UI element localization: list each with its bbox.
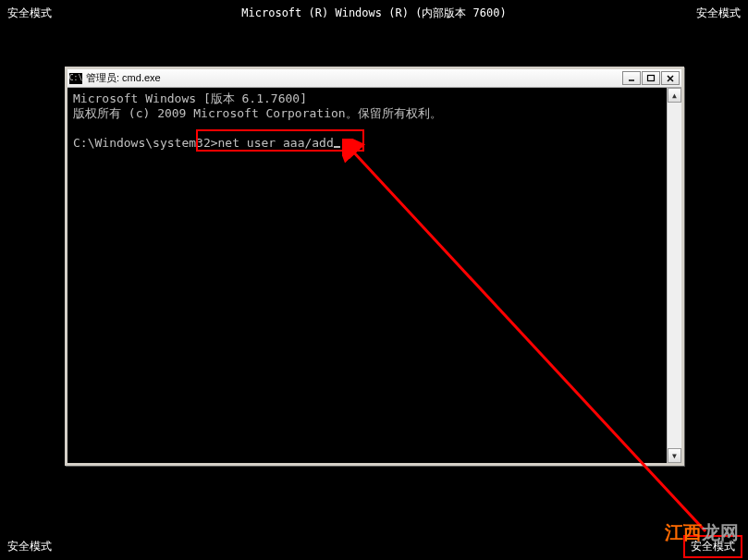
terminal-command: net user aaa/add <box>218 136 334 150</box>
minimize-button[interactable] <box>622 71 641 85</box>
vertical-scrollbar[interactable]: ▲ ▼ <box>667 88 681 463</box>
cmd-window: C:\ 管理员: cmd.exe Microsoft Windows [版本 6… <box>65 67 684 466</box>
terminal-line-2: 版权所有 (c) 2009 Microsoft Corporation。保留所有… <box>73 106 442 120</box>
terminal-body[interactable]: Microsoft Windows [版本 6.1.7600] 版权所有 (c)… <box>67 88 681 463</box>
terminal-prompt: C:\Windows\system32> <box>73 136 218 150</box>
terminal-line-1: Microsoft Windows [版本 6.1.7600] <box>73 91 307 105</box>
desktop-build-title: Microsoft (R) Windows (R) (内部版本 7600) <box>241 6 506 21</box>
close-icon <box>666 74 675 83</box>
terminal-cursor <box>334 146 340 148</box>
svg-rect-1 <box>648 75 655 80</box>
close-button[interactable] <box>661 71 680 85</box>
cmd-icon: C:\ <box>69 73 82 84</box>
maximize-icon <box>646 74 656 83</box>
window-title: 管理员: cmd.exe <box>86 71 621 85</box>
watermark-part2: 龙网 <box>702 522 739 542</box>
safe-mode-top-left: 安全模式 <box>7 6 52 21</box>
maximize-button[interactable] <box>642 71 660 85</box>
scroll-track[interactable] <box>668 103 681 448</box>
safe-mode-bottom-left: 安全模式 <box>7 539 52 554</box>
watermark: 江西龙网 <box>665 520 739 545</box>
safe-mode-top-right: 安全模式 <box>696 6 741 21</box>
scroll-down-button[interactable]: ▼ <box>668 448 681 463</box>
watermark-part1: 江西 <box>665 522 702 542</box>
scroll-up-button[interactable]: ▲ <box>668 88 681 103</box>
titlebar[interactable]: C:\ 管理员: cmd.exe <box>67 69 681 88</box>
minimize-icon <box>627 74 636 83</box>
